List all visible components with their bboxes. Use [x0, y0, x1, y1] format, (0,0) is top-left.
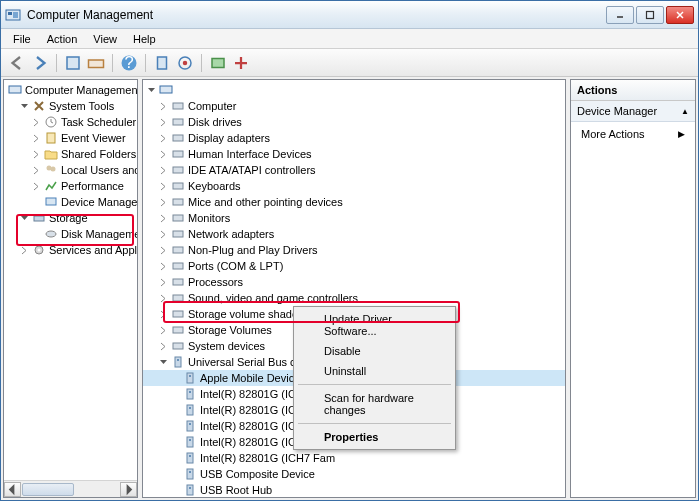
toolbar-icon[interactable] — [86, 53, 106, 73]
expand-icon[interactable] — [159, 262, 168, 271]
tree-item[interactable]: Sound, video and game controllers — [143, 290, 565, 306]
tree-item[interactable]: Keyboards — [143, 178, 565, 194]
tree-system-tools[interactable]: System Tools — [4, 98, 137, 114]
toolbar-icon[interactable] — [231, 53, 251, 73]
tree-item[interactable]: Network adapters — [143, 226, 565, 242]
expand-icon[interactable] — [159, 358, 168, 367]
svg-point-53 — [189, 439, 191, 441]
expand-icon[interactable] — [159, 118, 168, 127]
tree-item[interactable]: Non-Plug and Play Drivers — [143, 242, 565, 258]
expand-icon[interactable] — [159, 214, 168, 223]
middle-pane[interactable]: ComputerDisk drivesDisplay adaptersHuman… — [142, 79, 566, 498]
device-icon — [171, 355, 185, 369]
titlebar[interactable]: Computer Management — [1, 1, 698, 29]
toolbar-separator — [56, 54, 57, 72]
tree-item[interactable]: IDE ATA/ATAPI controllers — [143, 162, 565, 178]
spacer — [171, 454, 180, 463]
tree-device-manager[interactable]: Device Manager — [4, 194, 137, 210]
toolbar-icon[interactable] — [175, 53, 195, 73]
ctx-disable[interactable]: Disable — [296, 341, 453, 361]
expand-icon[interactable] — [159, 246, 168, 255]
tree-services[interactable]: Services and Applications — [4, 242, 137, 258]
tree-storage[interactable]: Storage — [4, 210, 137, 226]
help-icon[interactable]: ? — [119, 53, 139, 73]
collapse-icon[interactable] — [20, 214, 29, 223]
chevron-right-icon: ▶ — [678, 129, 685, 139]
tree-item[interactable]: Monitors — [143, 210, 565, 226]
left-pane[interactable]: Computer Management (Local System Tools … — [3, 79, 138, 498]
expand-icon[interactable] — [159, 182, 168, 191]
svg-rect-1 — [8, 12, 12, 15]
device-icon — [183, 451, 197, 465]
spacer — [171, 406, 180, 415]
tree-item[interactable]: USB Root Hub — [143, 482, 565, 498]
menu-view[interactable]: View — [85, 31, 125, 47]
close-button[interactable] — [666, 6, 694, 24]
minimize-button[interactable] — [606, 6, 634, 24]
nav-forward-icon[interactable] — [30, 53, 50, 73]
disk-icon — [44, 227, 58, 241]
tree-item[interactable]: Human Interface Devices — [143, 146, 565, 162]
maximize-button[interactable] — [636, 6, 664, 24]
horizontal-scrollbar[interactable] — [4, 480, 137, 497]
collapse-icon[interactable] — [20, 102, 29, 111]
expand-icon[interactable] — [32, 166, 41, 175]
menu-action[interactable]: Action — [39, 31, 86, 47]
expand-icon[interactable] — [159, 134, 168, 143]
scroll-left-icon[interactable] — [4, 482, 21, 497]
menu-help[interactable]: Help — [125, 31, 164, 47]
actions-section[interactable]: Device Manager ▲ — [571, 101, 695, 122]
expand-icon[interactable] — [32, 150, 41, 159]
device-icon — [183, 419, 197, 433]
expand-icon[interactable] — [159, 102, 168, 111]
expand-icon[interactable] — [159, 278, 168, 287]
device-icon — [159, 83, 173, 97]
expand-icon[interactable] — [159, 150, 168, 159]
tree-item[interactable]: Performance — [4, 178, 137, 194]
tree-root[interactable]: Computer Management (Local — [4, 82, 137, 98]
tree-item[interactable]: Ports (COM & LPT) — [143, 258, 565, 274]
ctx-uninstall[interactable]: Uninstall — [296, 361, 453, 381]
ctx-properties[interactable]: Properties — [296, 427, 453, 447]
tree-item[interactable]: Event Viewer — [4, 130, 137, 146]
tree-item[interactable]: Local Users and Groups — [4, 162, 137, 178]
svg-point-24 — [38, 249, 41, 252]
svg-rect-52 — [187, 437, 193, 447]
actions-more[interactable]: More Actions ▶ — [581, 128, 685, 140]
expand-icon[interactable] — [147, 86, 156, 95]
tree-item[interactable]: USB Composite Device — [143, 466, 565, 482]
expand-icon[interactable] — [159, 198, 168, 207]
expand-icon[interactable] — [159, 310, 168, 319]
expand-icon[interactable] — [159, 326, 168, 335]
scroll-thumb[interactable] — [22, 483, 74, 496]
expand-icon[interactable] — [32, 134, 41, 143]
device-icon — [171, 323, 185, 337]
tree-item[interactable]: Shared Folders — [4, 146, 137, 162]
svg-point-22 — [46, 231, 56, 237]
expand-icon[interactable] — [159, 230, 168, 239]
tree-item[interactable]: Task Scheduler — [4, 114, 137, 130]
expand-icon[interactable] — [32, 118, 41, 127]
tree-item[interactable]: Intel(R) 82801G (ICH7 Fam — [143, 450, 565, 466]
tree-item[interactable]: Display adapters — [143, 130, 565, 146]
tree-item[interactable]: Mice and other pointing devices — [143, 194, 565, 210]
tree-item[interactable] — [143, 82, 565, 98]
expand-icon[interactable] — [32, 182, 41, 191]
expand-icon[interactable] — [159, 342, 168, 351]
tree-item[interactable]: Computer — [143, 98, 565, 114]
menu-file[interactable]: File — [5, 31, 39, 47]
ctx-update-driver[interactable]: Update Driver Software... — [296, 309, 453, 341]
expand-icon[interactable] — [159, 166, 168, 175]
nav-back-icon[interactable] — [7, 53, 27, 73]
scroll-right-icon[interactable] — [120, 482, 137, 497]
expand-icon[interactable] — [159, 294, 168, 303]
toolbar-icon[interactable] — [152, 53, 172, 73]
toolbar-icon[interactable] — [63, 53, 83, 73]
tree-item[interactable]: Processors — [143, 274, 565, 290]
tree-item[interactable]: Disk drives — [143, 114, 565, 130]
tree-item[interactable]: Disk Management — [4, 226, 137, 242]
toolbar-icon[interactable] — [208, 53, 228, 73]
ctx-scan[interactable]: Scan for hardware changes — [296, 388, 453, 420]
expand-icon[interactable] — [20, 246, 29, 255]
device-icon — [183, 371, 197, 385]
